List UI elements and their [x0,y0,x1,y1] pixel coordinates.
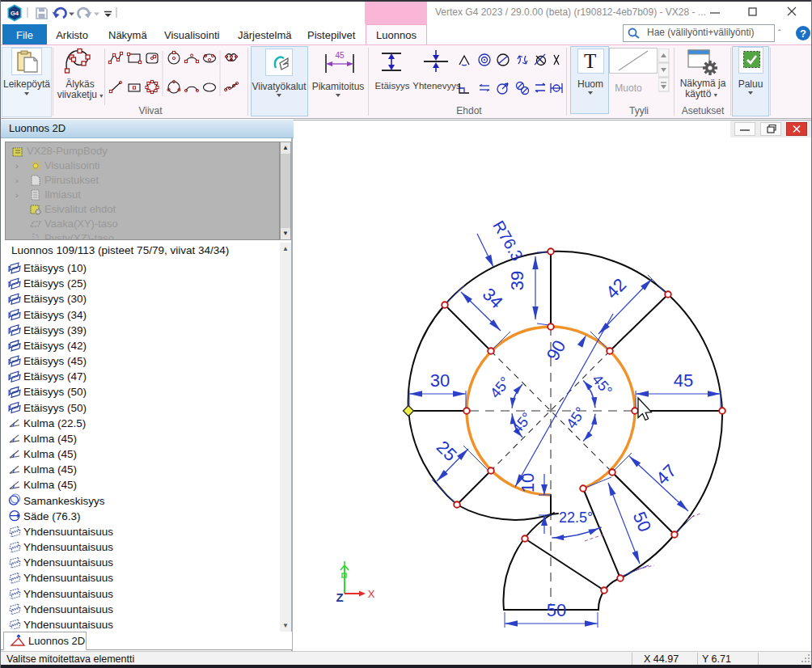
svg-text:90: 90 [543,336,570,364]
svg-text:Z: Z [336,590,343,604]
svg-text:X: X [368,588,375,600]
svg-text:R76.3: R76.3 [489,218,527,264]
svg-text:50: 50 [547,600,566,620]
svg-text:50: 50 [629,509,655,535]
svg-text:45: 45 [674,370,693,391]
svg-text:30: 30 [430,370,450,391]
svg-text:47: 47 [652,460,680,488]
svg-text:45°: 45° [563,404,589,432]
svg-text:22.5°: 22.5° [559,509,593,526]
svg-text:45°: 45° [509,409,535,437]
svg-text:45°: 45° [487,374,514,401]
svg-text:42: 42 [602,274,630,302]
svg-text:39: 39 [507,271,527,290]
svg-text:34: 34 [479,284,507,312]
